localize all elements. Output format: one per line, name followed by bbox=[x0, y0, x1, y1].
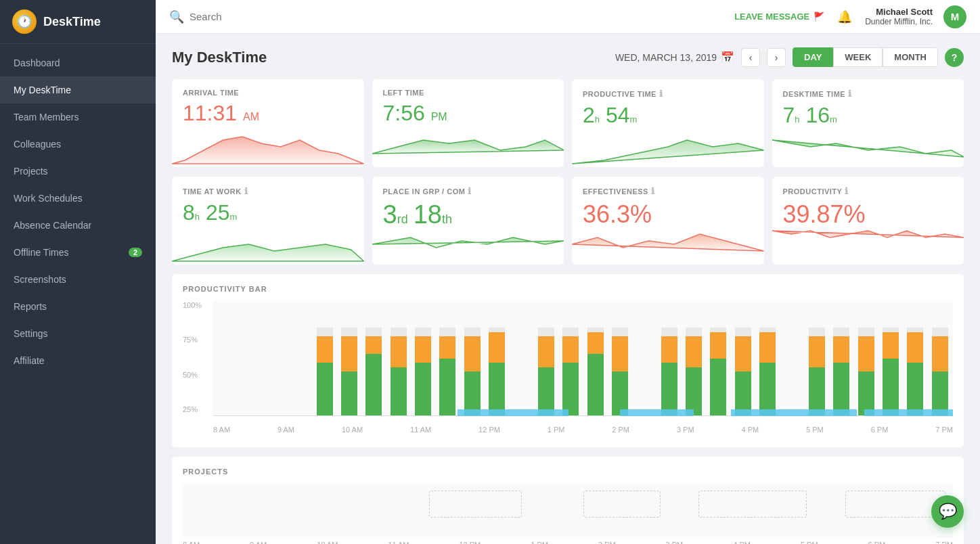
effectiveness-info: ℹ bbox=[651, 186, 655, 196]
bar-group bbox=[904, 301, 927, 415]
logo: 🕐 DeskTime bbox=[0, 0, 156, 44]
productivity-bar-chart: 100% 75% 50% 25% 8 bbox=[183, 301, 953, 436]
sidebar-item-label: Offline Times bbox=[14, 247, 68, 258]
bar-group bbox=[608, 301, 631, 415]
effectiveness-chart bbox=[572, 224, 764, 265]
y-axis: 100% 75% 50% 25% bbox=[183, 301, 202, 416]
place-chart bbox=[372, 224, 564, 265]
sidebar-item-reports[interactable]: Reports bbox=[0, 293, 156, 320]
bar-group bbox=[239, 301, 262, 415]
sidebar-item-label: Reports bbox=[14, 301, 47, 312]
bar-group bbox=[559, 301, 582, 415]
desktime-time-chart bbox=[772, 127, 964, 167]
left-time-value: 7:56 PM bbox=[383, 101, 447, 126]
user-info: Michael Scott Dunder Mifflin, Inc. bbox=[865, 7, 933, 26]
calendar-icon[interactable]: 📅 bbox=[721, 51, 734, 64]
bar-group bbox=[362, 301, 385, 415]
bar-group bbox=[485, 301, 508, 415]
metrics-row-1: ARRIVAL TIME 11:31 AM LEFT TIME 7:56 PM bbox=[172, 79, 964, 167]
highlight-band-4 bbox=[864, 409, 953, 416]
project-block-3 bbox=[698, 491, 806, 518]
left-time-card: LEFT TIME 7:56 PM bbox=[372, 79, 564, 167]
sidebar-item-my-desktime[interactable]: My DeskTime bbox=[0, 76, 156, 104]
bar-group bbox=[780, 301, 803, 415]
sidebar-item-label: Team Members bbox=[14, 112, 79, 122]
desktime-time-card: DESKTIME TIME ℹ 7h 16m bbox=[772, 79, 964, 167]
sidebar-item-offline-times[interactable]: Offline Times2 bbox=[0, 239, 156, 266]
page-header: My DeskTime WED, MARCH 13, 2019 📅 ‹ › DA… bbox=[172, 47, 964, 67]
sidebar-item-work-schedules[interactable]: Work Schedules bbox=[0, 185, 156, 212]
arrival-time-value: 11:31 AM bbox=[183, 101, 259, 126]
view-tabs: DAY WEEK MONTH bbox=[793, 47, 938, 67]
bar-group bbox=[928, 301, 951, 415]
leave-message-button[interactable]: LEAVE MESSAGE 🚩 bbox=[734, 12, 824, 22]
projects-chart bbox=[183, 484, 953, 538]
sidebar-item-screenshots[interactable]: Screenshots bbox=[0, 266, 156, 293]
user-name: Michael Scott bbox=[865, 7, 933, 17]
productive-time-value: 2h 54m bbox=[583, 103, 637, 128]
project-block-1 bbox=[429, 491, 522, 518]
sidebar-item-affiliate[interactable]: Affiliate bbox=[0, 347, 156, 374]
bar-group bbox=[633, 301, 656, 415]
logo-icon: 🕐 bbox=[12, 9, 37, 34]
bar-group bbox=[707, 301, 730, 415]
effectiveness-label: EFFECTIVENESS ℹ bbox=[583, 186, 753, 196]
bar-group bbox=[215, 301, 238, 415]
next-day-button[interactable]: › bbox=[767, 48, 786, 67]
bar-group bbox=[854, 301, 877, 415]
sidebar-item-label: Projects bbox=[14, 166, 48, 177]
bar-group bbox=[535, 301, 558, 415]
search-area: 🔍 bbox=[169, 9, 723, 24]
effectiveness-card: EFFECTIVENESS ℹ 36.3% bbox=[572, 177, 764, 265]
productive-time-chart bbox=[572, 127, 764, 167]
chat-fab[interactable]: 💬 bbox=[931, 495, 964, 528]
sidebar-item-absence-calendar[interactable]: Absence Calendar bbox=[0, 212, 156, 239]
prev-day-button[interactable]: ‹ bbox=[741, 48, 760, 67]
sidebar-item-colleagues[interactable]: Colleagues bbox=[0, 131, 156, 158]
productivity-bar-title: PRODUCTIVITY BAR bbox=[183, 285, 953, 293]
productivity-card: PRODUCTIVITY ℹ 39.87% bbox=[772, 177, 964, 265]
arrival-time-chart bbox=[172, 127, 364, 167]
sidebar-item-team-members[interactable]: Team Members bbox=[0, 104, 156, 131]
bar-group bbox=[288, 301, 311, 415]
sidebar-item-label: Colleagues bbox=[14, 139, 61, 150]
app-name: DeskTime bbox=[43, 15, 101, 29]
sidebar-badge: 2 bbox=[129, 248, 142, 257]
x-axis: 8 AM 9 AM 10 AM 11 AM 12 PM 1 PM 2 PM 3 … bbox=[213, 426, 953, 434]
arrival-time-card: ARRIVAL TIME 11:31 AM bbox=[172, 79, 364, 167]
project-block-4 bbox=[845, 491, 945, 518]
tab-month[interactable]: MONTH bbox=[883, 47, 938, 67]
productivity-info: ℹ bbox=[845, 186, 849, 196]
notifications-button[interactable]: 🔔 bbox=[835, 7, 854, 26]
place-in-grp-label: PLACE IN GRP / COM ℹ bbox=[383, 186, 554, 196]
sidebar-item-projects[interactable]: Projects bbox=[0, 158, 156, 185]
bar-group bbox=[657, 301, 680, 415]
user-company: Dunder Mifflin, Inc. bbox=[865, 17, 933, 26]
sidebar-item-label: Dashboard bbox=[14, 58, 60, 68]
project-block-2 bbox=[583, 491, 661, 518]
sidebar-item-dashboard[interactable]: Dashboard bbox=[0, 49, 156, 76]
sidebar: 🕐 DeskTime DashboardMy DeskTimeTeam Memb… bbox=[0, 0, 156, 544]
search-input[interactable] bbox=[190, 11, 325, 22]
productivity-label: PRODUCTIVITY ℹ bbox=[783, 186, 954, 196]
productive-time-info: ℹ bbox=[659, 89, 663, 99]
metrics-row-2: TIME AT WORK ℹ 8h 25m PLACE IN GRP / COM… bbox=[172, 177, 964, 265]
productive-time-label: PRODUCTIVE TIME ℹ bbox=[583, 89, 753, 99]
sidebar-item-label: My DeskTime bbox=[14, 85, 71, 95]
projects-title: PROJECTS bbox=[183, 468, 953, 476]
sidebar-item-label: Settings bbox=[14, 328, 48, 339]
time-at-work-chart bbox=[172, 224, 364, 265]
topbar: 🔍 LEAVE MESSAGE 🚩 🔔 Michael Scott Dunder… bbox=[156, 0, 980, 34]
place-info: ℹ bbox=[468, 186, 472, 196]
bar-group bbox=[830, 301, 853, 415]
bar-group bbox=[805, 301, 828, 415]
tab-day[interactable]: DAY bbox=[793, 47, 833, 67]
help-button[interactable]: ? bbox=[945, 48, 964, 67]
time-at-work-card: TIME AT WORK ℹ 8h 25m bbox=[172, 177, 364, 265]
projects-x-axis: 8 AM 9 AM 10 AM 11 AM 12 PM 1 PM 2 PM 3 … bbox=[183, 541, 953, 544]
desktime-time-label: DESKTIME TIME ℹ bbox=[783, 89, 954, 99]
sidebar-item-settings[interactable]: Settings bbox=[0, 320, 156, 347]
tab-week[interactable]: WEEK bbox=[833, 47, 883, 67]
desktime-info: ℹ bbox=[848, 89, 852, 99]
bar-group bbox=[879, 301, 902, 415]
